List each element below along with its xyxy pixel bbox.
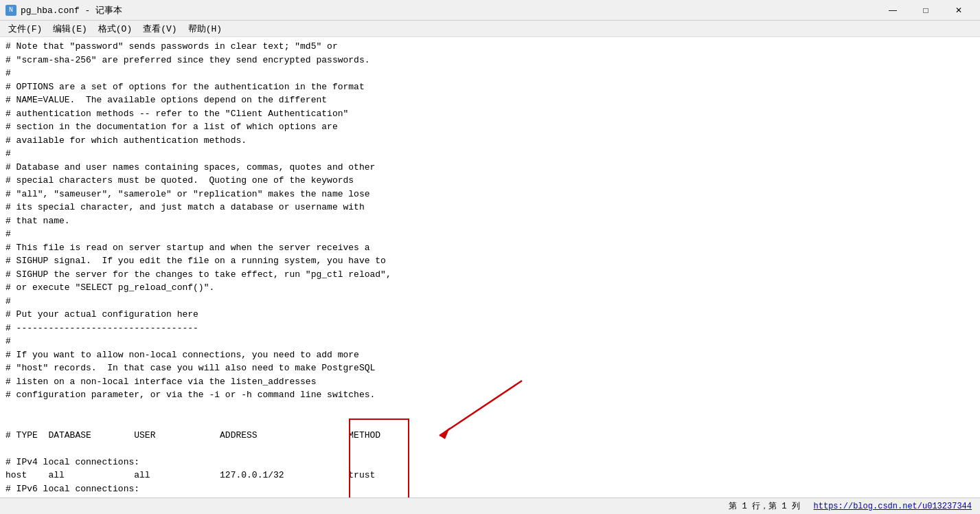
window-title: pg_hba.conf - 记事本 <box>21 4 122 16</box>
status-bar: 第 1 行，第 1 列 https://blog.csdn.net/u01323… <box>0 498 980 514</box>
minimize-button[interactable]: — <box>877 1 909 20</box>
app-icon: N <box>5 5 16 16</box>
menu-file[interactable]: 文件(F) <box>3 21 47 36</box>
title-bar: N pg_hba.conf - 记事本 — □ ✕ <box>0 0 980 21</box>
menu-help[interactable]: 帮助(H) <box>183 21 227 36</box>
app-icon-text: N <box>9 6 13 14</box>
menu-edit[interactable]: 编辑(E) <box>47 21 92 36</box>
title-bar-left: N pg_hba.conf - 记事本 <box>5 4 122 16</box>
menu-view[interactable]: 查看(V) <box>137 21 182 36</box>
window-controls: — □ ✕ <box>877 1 975 20</box>
blog-link[interactable]: https://blog.csdn.net/u013237344 <box>814 502 972 511</box>
maximize-button[interactable]: □ <box>910 1 942 20</box>
content-area[interactable]: # Note that "password" sends passwords i… <box>0 37 980 498</box>
menu-bar: 文件(F) 编辑(E) 格式(O) 查看(V) 帮助(H) <box>0 21 980 37</box>
cursor-position: 第 1 行，第 1 列 <box>729 500 799 512</box>
text-content: # Note that "password" sends passwords i… <box>5 40 975 498</box>
menu-format[interactable]: 格式(O) <box>93 21 137 36</box>
close-button[interactable]: ✕ <box>943 1 975 20</box>
